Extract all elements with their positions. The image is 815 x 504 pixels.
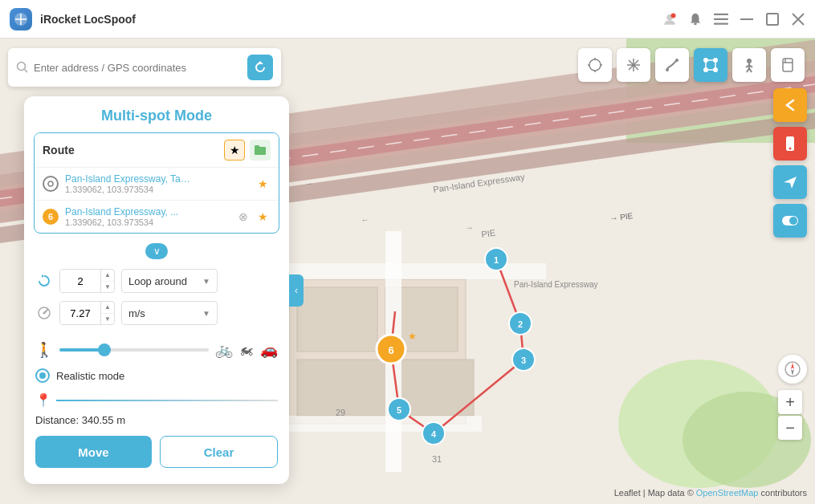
map-toolbar — [578, 48, 805, 82]
svg-rect-3 — [694, 22, 697, 25]
transport-slider[interactable] — [59, 348, 209, 352]
multispot-tool[interactable] — [694, 48, 727, 82]
svg-rect-76 — [783, 59, 793, 71]
svg-text:5: 5 — [397, 405, 401, 415]
speed-down[interactable]: ▼ — [101, 314, 114, 325]
svg-point-52 — [18, 63, 26, 71]
svg-text:Pan-Island Expressway: Pan-Island Expressway — [514, 280, 598, 289]
car-icon[interactable]: 🚗 — [260, 341, 278, 359]
repeat-down[interactable]: ▼ — [101, 282, 114, 293]
svg-point-85 — [789, 217, 797, 225]
route-item-coords-2: 1.339062, 103.973534 — [65, 217, 235, 227]
repeat-count-input[interactable]: 2 ▲ ▼ — [59, 269, 115, 293]
zoom-controls: + − — [778, 355, 807, 440]
move-button[interactable]: Move — [35, 436, 152, 468]
speed-unit-value: m/s — [128, 307, 145, 319]
send-tool[interactable] — [773, 165, 807, 199]
speed-row: 7.27 ▲ ▼ m/s ▼ — [35, 301, 278, 325]
zoom-in-button[interactable]: + — [778, 390, 802, 414]
back-tool[interactable] — [773, 88, 807, 122]
remove-route-2[interactable]: ⊗ — [235, 209, 251, 225]
search-input[interactable] — [34, 62, 247, 74]
action-buttons: Move Clear — [24, 429, 289, 471]
compass-button[interactable] — [778, 355, 807, 384]
route-dot-2: 6 — [43, 209, 59, 225]
pan-tool[interactable] — [617, 48, 650, 82]
searchbar — [8, 48, 281, 87]
route-tool[interactable] — [655, 48, 689, 82]
speed-unit-arrow: ▼ — [202, 309, 210, 318]
crosshair-tool[interactable] — [578, 48, 612, 82]
route-item-coords-1: 1.339062, 103.973534 — [65, 185, 255, 194]
location-pin-icon: 📍 — [35, 392, 51, 408]
svg-rect-4 — [714, 13, 728, 14]
star-route-1[interactable]: ★ — [255, 176, 271, 192]
panel-collapse-tab[interactable]: ‹ — [289, 274, 304, 307]
collapse-arrow-icon: ‹ — [295, 285, 298, 296]
svg-point-55 — [589, 59, 601, 71]
collapse-button[interactable]: ∨ — [24, 240, 289, 262]
svg-point-83 — [789, 148, 792, 150]
phone-tool[interactable] — [773, 127, 807, 161]
window-controls — [662, 12, 805, 26]
svg-rect-8 — [767, 14, 778, 25]
minimize-icon[interactable] — [740, 12, 754, 26]
route-section: Route ★ Pan-Island Expressway, Tampi... … — [34, 132, 279, 234]
menu-icon[interactable] — [714, 12, 728, 26]
svg-text:★: ★ — [408, 331, 417, 342]
route-item-name-2: Pan-Island Expressway, ... — [65, 206, 194, 217]
person-tool[interactable] — [732, 48, 766, 82]
repeat-count-value[interactable]: 2 — [60, 270, 100, 292]
repeat-up[interactable]: ▲ — [101, 270, 114, 282]
bookmark-tool[interactable] — [771, 48, 805, 82]
open-route-button[interactable] — [250, 140, 271, 161]
walk-icon[interactable]: 🚶 — [35, 341, 53, 359]
speed-icon — [35, 304, 53, 322]
svg-line-75 — [749, 68, 752, 72]
svg-text:←: ← — [361, 215, 369, 225]
cycle-icon[interactable]: 🚲 — [215, 341, 233, 359]
moto-icon[interactable]: 🏍 — [239, 342, 254, 359]
route-item-actions-1: ★ — [255, 176, 271, 192]
svg-rect-13 — [297, 287, 377, 352]
bell-icon[interactable] — [688, 12, 703, 26]
minus-icon: − — [785, 419, 795, 437]
route-item-text-1: Pan-Island Expressway, Tampi... 1.339062… — [65, 173, 255, 194]
speed-up[interactable]: ▲ — [101, 302, 114, 314]
svg-text:29: 29 — [336, 408, 345, 417]
plus-icon: + — [785, 393, 795, 412]
svg-marker-87 — [791, 363, 794, 369]
refresh-button[interactable] — [247, 55, 273, 80]
maximize-icon[interactable] — [765, 12, 780, 26]
route-item-actions-2: ⊗ ★ — [235, 209, 271, 225]
speed-unit-select[interactable]: m/s ▼ — [121, 301, 218, 325]
toggle-tool[interactable] — [773, 204, 807, 238]
select-arrow-icon: ▼ — [202, 277, 210, 286]
save-route-button[interactable]: ★ — [224, 140, 245, 161]
svg-text:→: → — [465, 223, 474, 233]
route-item-2: 6 Pan-Island Expressway, ... 1.339062, 1… — [35, 200, 279, 233]
side-panel: Multi-spot Mode Route ★ Pan-Island Expre… — [24, 96, 289, 484]
osm-link[interactable]: OpenStreetMap — [696, 488, 759, 498]
realistic-mode-radio[interactable] — [35, 368, 50, 383]
right-tools — [773, 88, 807, 238]
search-icon — [16, 61, 29, 74]
svg-text:1: 1 — [494, 255, 499, 265]
loop-mode-select[interactable]: Loop around ▼ — [121, 269, 218, 293]
svg-point-79 — [48, 181, 53, 186]
star-route-2[interactable]: ★ — [255, 209, 271, 225]
distance-line — [56, 400, 278, 401]
svg-marker-88 — [791, 369, 794, 376]
panel-title: Multi-spot Mode — [24, 96, 289, 132]
svg-line-53 — [25, 70, 28, 73]
route-header: Route ★ — [35, 133, 279, 167]
svg-text:PIE: PIE — [481, 228, 496, 239]
svg-rect-6 — [714, 22, 728, 24]
clear-button[interactable]: Clear — [160, 436, 278, 468]
loop-mode-value: Loop around — [128, 275, 187, 287]
close-icon[interactable] — [791, 12, 805, 26]
profile-icon[interactable] — [662, 12, 677, 26]
speed-value[interactable]: 7.27 — [60, 302, 100, 324]
speed-input[interactable]: 7.27 ▲ ▼ — [59, 301, 115, 325]
zoom-out-button[interactable]: − — [778, 416, 802, 440]
